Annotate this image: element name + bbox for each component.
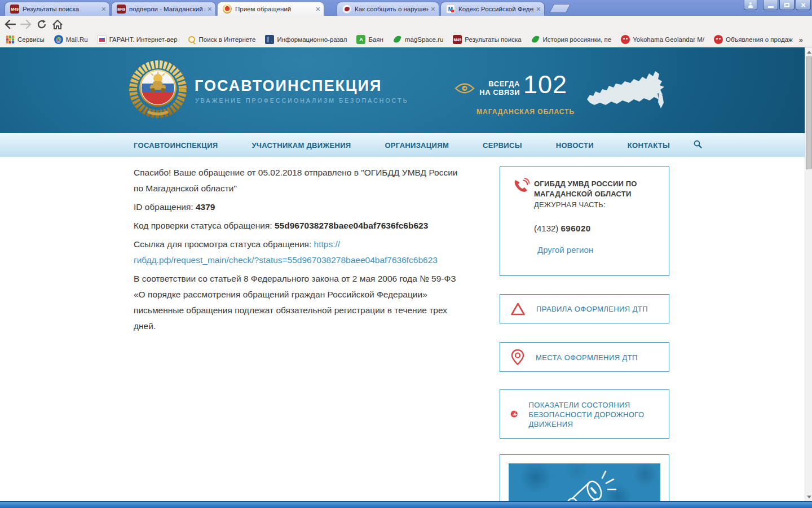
nav-item-uchastnikam[interactable]: УЧАСТНИКАМ ДВИЖЕНИЯ bbox=[251, 141, 351, 150]
nav-item-organizaciyam[interactable]: ОРГАНИЗАЦИЯМ bbox=[385, 141, 449, 150]
russia-map-regions-link[interactable]: ГИБДД В РЕГИОНАХ bbox=[585, 67, 670, 120]
tab-close-icon[interactable]: × bbox=[316, 5, 320, 13]
tab-title: Результаты поиска bbox=[23, 6, 99, 12]
page-scrollbar[interactable] bbox=[805, 47, 812, 501]
forward-arrow-icon bbox=[20, 20, 32, 29]
scroll-up-icon bbox=[807, 51, 811, 54]
page-content: Спасибо! Ваше обращение от 05.02.2018 от… bbox=[0, 157, 805, 501]
link-label: МЕСТА ОФОРМЛЕНИЯ ДТП bbox=[536, 352, 638, 362]
mailru-at-icon: @ bbox=[54, 35, 63, 44]
tab-search-results[interactable]: М49 Результаты поиска × bbox=[5, 2, 110, 16]
accident-rules-link[interactable]: ПРАВИЛА ОФОРМЛЕНИЯ ДТП bbox=[500, 294, 669, 323]
bookmark-label: Поиск в Интернете bbox=[199, 36, 256, 43]
always-line1: ВСЕГДА bbox=[474, 80, 520, 88]
profile-button[interactable] bbox=[744, 0, 757, 10]
bookmarks-overflow-chevron-icon[interactable]: » bbox=[799, 36, 803, 44]
bookmark-mailru[interactable]: @ Mail.Ru bbox=[54, 35, 88, 44]
bookmark-label: Mail.Ru bbox=[66, 36, 88, 43]
bookmark-garant[interactable]: ГАРАНТ. Интернет-вер bbox=[98, 35, 178, 44]
nav-item-kontakty[interactable]: КОНТАКТЫ bbox=[628, 141, 670, 150]
home-icon bbox=[52, 20, 63, 29]
russia-map-icon bbox=[585, 67, 670, 120]
back-button[interactable] bbox=[3, 17, 17, 31]
tab-close-icon[interactable]: × bbox=[536, 5, 541, 13]
site-search-icon[interactable] bbox=[694, 140, 702, 151]
scrollbar-thumb[interactable] bbox=[806, 56, 812, 169]
link-label: Ссылка для просмотра статуса обращения: bbox=[134, 239, 314, 249]
nav-item-servisy[interactable]: СЕРВИСЫ bbox=[483, 141, 522, 150]
other-region-link[interactable]: Другой регион bbox=[537, 245, 593, 255]
tab-close-icon[interactable]: × bbox=[208, 5, 212, 13]
banner-box[interactable] bbox=[500, 454, 669, 508]
minimize-icon bbox=[768, 6, 774, 8]
tab-report-violation[interactable]: Как сообщить о нарушени × bbox=[337, 2, 439, 16]
nav-item-novosti[interactable]: НОВОСТИ bbox=[556, 141, 594, 150]
envelope-icon bbox=[98, 35, 107, 44]
tab-close-icon[interactable]: × bbox=[431, 5, 435, 13]
gibdd-emblem-logo[interactable] bbox=[129, 60, 187, 121]
bookmark-poisk[interactable]: Поиск в Интернете bbox=[187, 35, 256, 44]
bookmark-rezultaty[interactable]: М49 Результаты поиска bbox=[453, 35, 521, 44]
id-value: 4379 bbox=[196, 202, 215, 212]
tab-close-icon[interactable]: × bbox=[102, 5, 106, 13]
new-tab-button[interactable] bbox=[549, 4, 571, 13]
bookmark-istoriya[interactable]: История россиянки, пе bbox=[531, 35, 612, 44]
bookmark-bayan[interactable]: А Баян bbox=[356, 35, 383, 44]
law-paragraph: В соответствии со статьей 8 Федерального… bbox=[134, 271, 463, 334]
report-favicon-icon bbox=[342, 5, 351, 14]
bookmark-label: Информационно-развл bbox=[277, 36, 347, 43]
accident-places-link[interactable]: МЕСТА ОФОРМЛЕНИЯ ДТП bbox=[500, 342, 669, 372]
tab-podperli[interactable]: М49 подперли - Магаданский а × bbox=[111, 2, 216, 16]
link-label: ПРАВИЛА ОФОРМЛЕНИЯ ДТП bbox=[536, 304, 648, 314]
thanks-paragraph: Спасибо! Ваше обращение от 05.02.2018 от… bbox=[134, 165, 463, 196]
bookmark-label: Сервисы bbox=[17, 36, 45, 43]
bookmark-label: Баян bbox=[368, 36, 383, 43]
reload-icon bbox=[37, 19, 47, 29]
blue-square-icon bbox=[265, 35, 274, 44]
duty-label: ДЕЖУРНАЯ ЧАСТЬ: bbox=[534, 200, 661, 209]
bookmark-label: magSpace.ru bbox=[405, 36, 443, 43]
bookmark-magspace[interactable]: magSpace.ru bbox=[393, 35, 443, 44]
bookmark-obyavleniya[interactable]: Объявления о продаж bbox=[714, 35, 793, 44]
nav-item-gosavtoinspekciya[interactable]: ГОСАВТОИНСПЕКЦИЯ bbox=[134, 141, 218, 150]
emergency-number: 102 bbox=[523, 70, 567, 99]
green-leaf-icon bbox=[531, 35, 540, 44]
contact-box: ОГИБДД УМВД РОССИИ ПО МАГАДАНСКОЙ ОБЛАСТ… bbox=[500, 167, 669, 276]
reload-button[interactable] bbox=[35, 17, 48, 31]
window-bottom-frame bbox=[0, 501, 812, 508]
scrollbar-up-button[interactable] bbox=[805, 47, 812, 56]
confirmation-message: Спасибо! Ваше обращение от 05.02.2018 от… bbox=[134, 165, 463, 337]
bookmark-label: История россиянки, пе bbox=[543, 36, 612, 43]
bookmark-label: Yokohama Geolandar M/ bbox=[633, 36, 704, 43]
site-header: ГОСАВТОИНСПЕКЦИЯ УВАЖЕНИЕ ПРОФЕССИОНАЛИЗ… bbox=[0, 47, 805, 133]
tab-kodeks[interactable]: M Кодекс Российской Федера × bbox=[440, 2, 545, 16]
tab-priem-obrashcheniy[interactable]: Прием обращений × bbox=[217, 2, 324, 16]
bookmarks-bar: Сервисы @ Mail.Ru ГАРАНТ. Интернет-вер П… bbox=[0, 32, 812, 47]
bookmark-label: Результаты поиска bbox=[465, 36, 521, 43]
bookmark-yokohama[interactable]: Yokohama Geolandar M/ bbox=[621, 35, 704, 44]
bookmark-servisy[interactable]: Сервисы bbox=[6, 35, 45, 44]
tab-title: Прием обращений bbox=[235, 6, 314, 12]
close-window-button[interactable]: × bbox=[796, 0, 811, 10]
tab-title: Как сообщить о нарушени bbox=[355, 6, 429, 12]
contact-title: ОГИБДД УМВД РОССИИ ПО МАГАДАНСКОЙ ОБЛАСТ… bbox=[534, 179, 661, 199]
site-title: ГОСАВТОИНСПЕКЦИЯ bbox=[195, 77, 382, 95]
bookmark-label: ГАРАНТ. Интернет-вер bbox=[109, 36, 178, 43]
scrollbar-down-button[interactable] bbox=[805, 492, 812, 501]
region-label[interactable]: МАГАДАНСКАЯ ОБЛАСТЬ bbox=[476, 108, 575, 116]
m49-favicon-icon: М49 bbox=[117, 5, 126, 14]
phone-prefix: (4132) bbox=[534, 224, 561, 233]
person-icon bbox=[748, 3, 753, 8]
scroll-down-icon bbox=[807, 496, 811, 498]
bookmark-inforazvl[interactable]: Информационно-развл bbox=[265, 35, 347, 44]
restore-button[interactable] bbox=[779, 0, 795, 10]
warning-triangle-icon bbox=[510, 302, 526, 316]
forward-button[interactable] bbox=[19, 17, 33, 31]
road-safety-stats-link[interactable]: ПОКАЗАТЕЛИ СОСТОЯНИЯ БЕЗОПАСНОСТИ ДОРОЖН… bbox=[500, 389, 669, 439]
minimize-button[interactable] bbox=[763, 0, 778, 10]
restore-icon bbox=[784, 3, 789, 7]
home-button[interactable] bbox=[51, 17, 64, 31]
eye-icon[interactable] bbox=[454, 82, 475, 97]
location-pin-icon bbox=[510, 349, 525, 366]
close-icon: × bbox=[801, 1, 805, 9]
